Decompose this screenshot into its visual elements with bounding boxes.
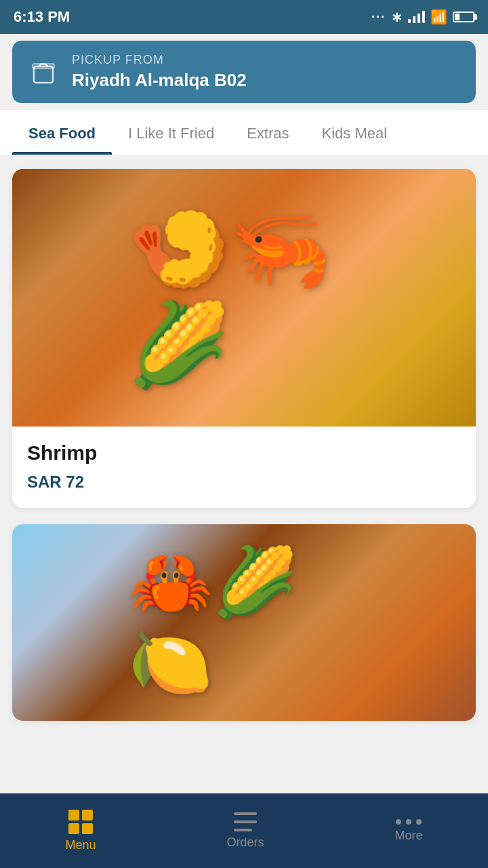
crab-image [12, 524, 476, 721]
status-bar: 6:13 PM ··· ∗ 📶 28 [0, 0, 488, 34]
pickup-text: PICKUP FROM Riyadh Al-malqa B02 [72, 53, 247, 91]
shrimp-info: Shrimp SAR 72 [12, 427, 476, 508]
menu-item-shrimp[interactable]: Shrimp SAR 72 [12, 169, 476, 508]
nav-menu-label: Menu [65, 838, 96, 852]
nav-orders[interactable]: Orders [206, 806, 284, 856]
nav-orders-label: Orders [226, 835, 264, 850]
shrimp-image [12, 169, 476, 427]
pickup-header[interactable]: PICKUP FROM Riyadh Al-malqa B02 [12, 41, 476, 103]
menu-grid-icon [68, 810, 93, 834]
wifi-icon: 📶 [430, 9, 447, 25]
shrimp-price: SAR 72 [27, 473, 461, 492]
menu-item-crab[interactable] [12, 524, 476, 721]
more-dots-icon [396, 819, 422, 825]
tab-i-like-it-fried[interactable]: I Like It Fried [112, 110, 230, 155]
store-icon [26, 54, 61, 90]
bottom-navigation: Menu Orders More [0, 793, 488, 868]
status-time: 6:13 PM [14, 8, 70, 26]
nav-more-label: More [394, 829, 422, 843]
pickup-label: PICKUP FROM [72, 53, 247, 67]
bluetooth-icon: ∗ [391, 9, 403, 25]
category-tabs: Sea Food I Like It Fried Extras Kids Mea… [0, 110, 488, 155]
nav-menu[interactable]: Menu [45, 803, 116, 859]
battery-icon: 28 [453, 12, 474, 22]
status-icons: ··· ∗ 📶 28 [371, 9, 474, 25]
tab-sea-food[interactable]: Sea Food [12, 110, 112, 155]
pickup-location: Riyadh Al-malqa B02 [72, 70, 247, 91]
dots-icon: ··· [371, 10, 386, 24]
tab-extras[interactable]: Extras [230, 110, 305, 155]
signal-icon [408, 11, 425, 23]
nav-more[interactable]: More [374, 812, 443, 850]
shrimp-name: Shrimp [27, 441, 461, 465]
orders-lines-icon [234, 812, 257, 831]
menu-content: Shrimp SAR 72 [0, 155, 488, 766]
svg-rect-1 [33, 64, 54, 68]
tab-kids-meal[interactable]: Kids Meal [306, 110, 404, 155]
